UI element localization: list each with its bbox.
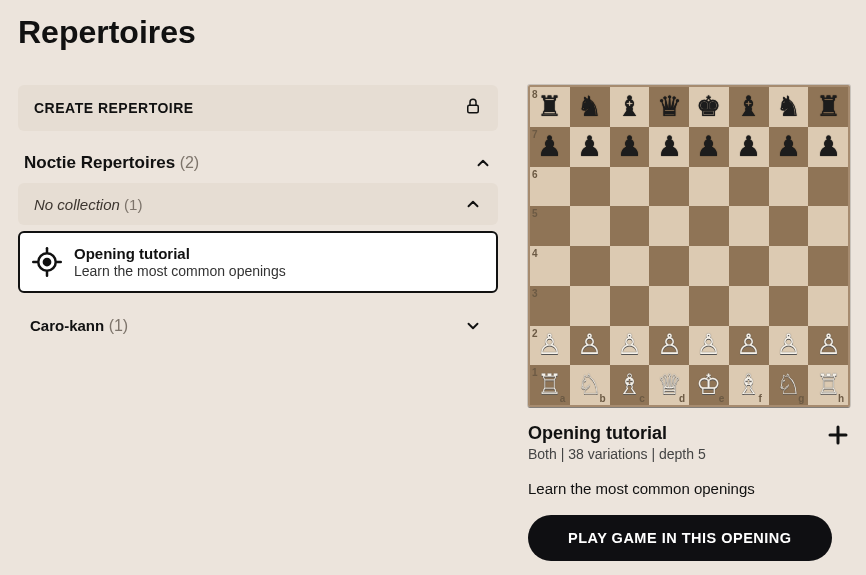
file-label: h xyxy=(838,393,844,404)
square: ♙ xyxy=(808,326,848,366)
square: ♙ xyxy=(649,326,689,366)
rank-label: 7 xyxy=(532,129,538,140)
square xyxy=(570,246,610,286)
square: ♙ xyxy=(769,326,809,366)
card-subtitle: Learn the most common openings xyxy=(74,263,286,280)
lock-icon xyxy=(464,97,482,119)
square xyxy=(808,206,848,246)
chevron-up-icon xyxy=(474,154,492,172)
section-title: Noctie Repertoires xyxy=(24,153,175,172)
square: ♟ xyxy=(689,127,729,167)
square xyxy=(808,286,848,326)
rank-label: 8 xyxy=(532,89,538,100)
square xyxy=(570,286,610,326)
square: ♞ xyxy=(769,87,809,127)
square xyxy=(729,286,769,326)
square xyxy=(649,246,689,286)
square xyxy=(729,246,769,286)
square: ♟ xyxy=(769,127,809,167)
square xyxy=(689,246,729,286)
svg-rect-0 xyxy=(468,105,479,113)
card-title: Opening tutorial xyxy=(74,245,286,263)
repertoire-detail: ♜♞♝♛♚♝♞♜♟♟♟♟♟♟♟♟♙♙♙♙♙♙♙♙♖♘♗♕♔♗♘♖ 8765432… xyxy=(528,85,850,561)
square: ♟ xyxy=(729,127,769,167)
svg-point-2 xyxy=(44,259,50,265)
square xyxy=(769,246,809,286)
square: ♟ xyxy=(649,127,689,167)
square xyxy=(649,206,689,246)
square xyxy=(610,286,650,326)
square xyxy=(689,206,729,246)
file-label: c xyxy=(639,393,645,404)
file-label: b xyxy=(600,393,606,404)
square xyxy=(769,206,809,246)
repertoire-list: CREATE REPERTOIRE Noctie Repertoires (2)… xyxy=(18,85,498,341)
target-icon xyxy=(32,247,62,277)
square: ♛ xyxy=(649,87,689,127)
repertoire-card-selected[interactable]: Opening tutorial Learn the most common o… xyxy=(18,231,498,293)
plus-icon xyxy=(826,435,850,450)
square xyxy=(610,167,650,207)
square: ♗ xyxy=(729,365,769,405)
square xyxy=(729,167,769,207)
square: ♟ xyxy=(570,127,610,167)
subsection-header[interactable]: No collection (1) xyxy=(18,183,498,225)
square xyxy=(649,286,689,326)
square: ♟ xyxy=(610,127,650,167)
section-count: (2) xyxy=(180,154,200,171)
file-label: g xyxy=(798,393,804,404)
row-count: (1) xyxy=(109,317,129,334)
rank-label: 4 xyxy=(532,248,538,259)
square: ♙ xyxy=(570,326,610,366)
square xyxy=(610,206,650,246)
rank-label: 1 xyxy=(532,367,538,378)
add-button[interactable] xyxy=(826,423,850,450)
square: ♙ xyxy=(689,326,729,366)
rank-label: 2 xyxy=(532,328,538,339)
detail-meta: Both | 38 variations | depth 5 xyxy=(528,446,706,462)
file-label: d xyxy=(679,393,685,404)
file-label: e xyxy=(719,393,725,404)
square: ♟ xyxy=(808,127,848,167)
square: ♞ xyxy=(570,87,610,127)
detail-description: Learn the most common openings xyxy=(528,480,850,497)
file-label: a xyxy=(560,393,566,404)
square: ♚ xyxy=(689,87,729,127)
row-name: Caro-kann xyxy=(30,317,104,334)
page-title: Repertoires xyxy=(18,14,848,51)
square xyxy=(649,167,689,207)
square: ♜ xyxy=(808,87,848,127)
create-repertoire-label: CREATE REPERTOIRE xyxy=(34,100,194,116)
rank-label: 3 xyxy=(532,288,538,299)
chevron-up-icon xyxy=(464,195,482,213)
square xyxy=(570,167,610,207)
play-game-button[interactable]: PLAY GAME IN THIS OPENING xyxy=(528,515,832,561)
square: ♙ xyxy=(729,326,769,366)
rank-label: 5 xyxy=(532,208,538,219)
square: ♙ xyxy=(610,326,650,366)
square xyxy=(729,206,769,246)
square xyxy=(808,167,848,207)
square xyxy=(610,246,650,286)
square xyxy=(808,246,848,286)
square xyxy=(689,167,729,207)
file-label: f xyxy=(759,393,762,404)
rank-label: 6 xyxy=(532,169,538,180)
create-repertoire-button[interactable]: CREATE REPERTOIRE xyxy=(18,85,498,131)
square: ♝ xyxy=(729,87,769,127)
chevron-down-icon xyxy=(464,317,482,335)
section-header[interactable]: Noctie Repertoires (2) xyxy=(18,153,498,183)
subsection-count: (1) xyxy=(124,196,142,213)
detail-title: Opening tutorial xyxy=(528,423,706,444)
square xyxy=(769,286,809,326)
square xyxy=(769,167,809,207)
repertoire-row-carokann[interactable]: Caro-kann (1) xyxy=(18,311,498,341)
square xyxy=(570,206,610,246)
chess-board: ♜♞♝♛♚♝♞♜♟♟♟♟♟♟♟♟♙♙♙♙♙♙♙♙♖♘♗♕♔♗♘♖ 8765432… xyxy=(528,85,850,407)
subsection-title: No collection xyxy=(34,196,120,213)
square: ♝ xyxy=(610,87,650,127)
square xyxy=(689,286,729,326)
